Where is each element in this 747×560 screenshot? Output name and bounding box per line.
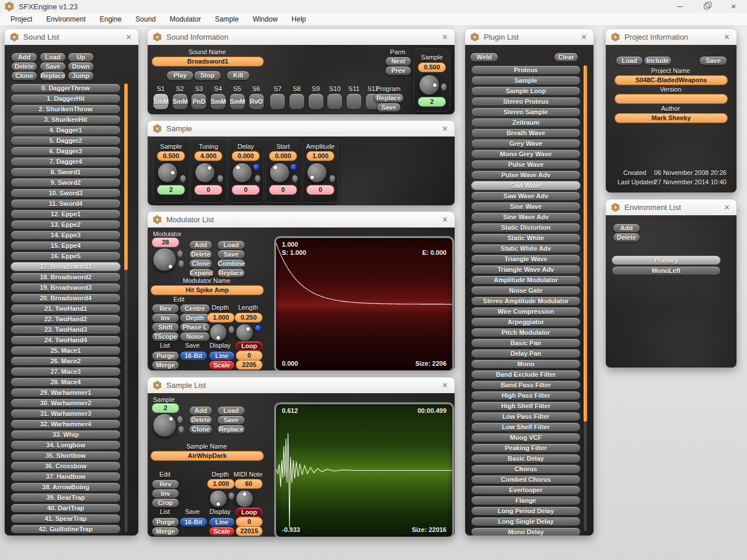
sound-list-item[interactable]: 14. Eppe3	[11, 230, 121, 240]
menu-item[interactable]: Modulator	[163, 13, 208, 26]
sound-list-item[interactable]: 7. Dagger4	[11, 157, 121, 166]
close-icon[interactable]: ×	[441, 378, 449, 393]
plugin-list-item[interactable]: Sample	[471, 76, 581, 85]
delete-button[interactable]: Delete	[189, 250, 212, 259]
program-replace-button[interactable]: Replace	[374, 93, 404, 103]
phase-l-button[interactable]: Phase L	[180, 323, 210, 332]
loop-start-field[interactable]: 0	[236, 517, 263, 527]
line-button[interactable]: Line	[209, 517, 235, 527]
sound-list-item[interactable]: 43. SpikeTrap	[11, 535, 121, 536]
depth-button[interactable]: Depth	[180, 313, 210, 323]
jump-button[interactable]: Jump	[68, 71, 94, 80]
loop-size-field[interactable]: 22015	[236, 526, 263, 536]
depth-field[interactable]: 1.000	[207, 479, 235, 489]
rev-button[interactable]: Rev	[152, 480, 179, 489]
sound-list-item[interactable]: 32. Warhammer4	[11, 419, 121, 429]
plugin-list-item[interactable]: Static White	[471, 233, 581, 243]
next-button[interactable]: Next	[385, 57, 411, 66]
plugin-list-item[interactable]: Wire Compression	[471, 307, 581, 316]
sound-list-item[interactable]: 30. Warhammer2	[11, 398, 121, 408]
sound-list-item[interactable]: 40. DartTrap	[11, 503, 121, 513]
sound-list-item[interactable]: 35. Shortbow	[11, 451, 121, 460]
plugin-list-item[interactable]: Pulse Wave	[471, 160, 581, 169]
plugin-list-item[interactable]: Stereo Amplitude Modulator	[471, 296, 581, 306]
clear-button[interactable]: Clear	[554, 52, 578, 62]
window-titlebar[interactable]: Sound Information ×	[148, 29, 455, 46]
up-button[interactable]: Up	[68, 52, 94, 62]
add-button[interactable]: Add	[11, 52, 37, 62]
plugin-list-item[interactable]: Long Period Delay	[471, 506, 581, 516]
slot-button[interactable]	[308, 93, 324, 110]
sample-value-field[interactable]: 0.500	[418, 62, 446, 72]
module-knob[interactable]	[270, 163, 289, 183]
module-value-field[interactable]: 4.000	[194, 151, 222, 161]
sound-list-item[interactable]: 26. Mace2	[11, 356, 121, 366]
sample-knob[interactable]	[153, 414, 176, 437]
environment-list-item[interactable]: MonoLeft	[612, 266, 721, 275]
line-button[interactable]: Line	[209, 351, 235, 360]
sound-list-item[interactable]: 17. Broadsword1	[11, 262, 121, 271]
plugin-list-item[interactable]: Band Exclude Filter	[471, 370, 581, 379]
slot-button[interactable]: SmM	[172, 93, 188, 110]
shift-button[interactable]: Shift	[152, 323, 179, 332]
window-titlebar[interactable]: Sound List ×	[5, 29, 138, 46]
save-button[interactable]: Save	[699, 56, 727, 65]
16bit-button[interactable]: 16-Bit	[180, 351, 207, 360]
loop-button[interactable]: Loop	[236, 508, 263, 517]
play-button[interactable]: Play	[166, 71, 194, 80]
module-value-field[interactable]: 1.000	[306, 151, 334, 161]
plugin-list-item[interactable]: Low Pass Filter	[471, 412, 581, 421]
plugin-list-item[interactable]: Long Single Delay	[471, 517, 581, 526]
prev-button[interactable]: Prev	[385, 66, 411, 75]
plugin-list-item[interactable]: Mono	[471, 359, 581, 369]
module-knob[interactable]	[195, 163, 215, 183]
load-button[interactable]: Load	[40, 52, 66, 62]
environment-list-item[interactable]: Primary	[612, 256, 721, 265]
plugin-list-item[interactable]: High Shelf Filter	[471, 401, 581, 411]
plugin-list-item[interactable]: Zeitraum	[471, 118, 581, 127]
sound-list-item[interactable]: 27. Mace3	[11, 367, 121, 376]
sample-name-field[interactable]: AirWhipDark	[151, 451, 264, 461]
window-titlebar[interactable]: Sample List ×	[148, 377, 455, 394]
inv-button[interactable]: Inv	[152, 489, 179, 498]
purge-button[interactable]: Purge	[152, 517, 179, 527]
inv-button[interactable]: Inv	[152, 313, 179, 323]
merge-button[interactable]: Merge	[152, 360, 179, 370]
depth-field[interactable]: 1.000	[207, 313, 235, 323]
sound-list-item[interactable]: 22. TwoHand2	[11, 314, 121, 324]
sound-list-item[interactable]: 37. Handbow	[11, 472, 121, 481]
plugin-list-item[interactable]: Pitch Modulator	[471, 328, 581, 337]
crop-button[interactable]: Crop	[152, 498, 179, 508]
purge-button[interactable]: Purge	[152, 351, 179, 360]
module-knob[interactable]	[158, 163, 177, 183]
plugin-list-item[interactable]: Arpeggiator	[471, 317, 581, 327]
plugin-list-item[interactable]: Triangle Wave	[471, 254, 581, 264]
plugin-list-item[interactable]: Saw Wave Adv	[471, 191, 581, 201]
sound-list-item[interactable]: 1. DaggerHit	[11, 94, 121, 103]
plugin-list-item[interactable]: Moog VCF	[471, 433, 581, 442]
plugin-list-item[interactable]: Delay Pan	[471, 349, 581, 358]
sound-list-item[interactable]: 36. Crossbow	[11, 461, 121, 471]
sound-list-item[interactable]: 42. GuillotineTrap	[11, 524, 121, 534]
modulator-index-field[interactable]: 28	[152, 237, 179, 247]
plugin-list-item[interactable]: Mono Grey Wave	[471, 149, 581, 159]
clone-button[interactable]: Clone	[189, 259, 212, 268]
close-icon[interactable]: ×	[441, 121, 449, 136]
version-field[interactable]	[615, 94, 728, 104]
window-titlebar[interactable]: Modulator List ×	[148, 212, 455, 228]
length-field[interactable]: 0.250	[235, 313, 263, 323]
sample-index-field[interactable]: 2	[152, 403, 179, 413]
sound-list-item[interactable]: 41. SpearTrap	[11, 514, 121, 523]
noise-button[interactable]: Noise	[180, 332, 210, 341]
load-button[interactable]: Load	[217, 240, 245, 250]
plugin-list-item[interactable]: Peaking Filter	[471, 443, 581, 453]
project-name-field[interactable]: S048C-BladedWeapons	[615, 75, 728, 85]
window-titlebar[interactable]: Environment List ×	[606, 200, 736, 216]
sound-list-item[interactable]: 33. Whip	[11, 430, 121, 439]
replace-button[interactable]: Replace	[217, 268, 245, 278]
sound-list-item[interactable]: 23. TwoHand3	[11, 325, 121, 334]
delete-button[interactable]: Delete	[189, 415, 212, 425]
replace-button[interactable]: Replace	[217, 425, 245, 434]
sound-list-item[interactable]: 4. Dagger1	[11, 125, 121, 135]
plugin-list-item[interactable]: Mono Delay	[471, 527, 581, 536]
